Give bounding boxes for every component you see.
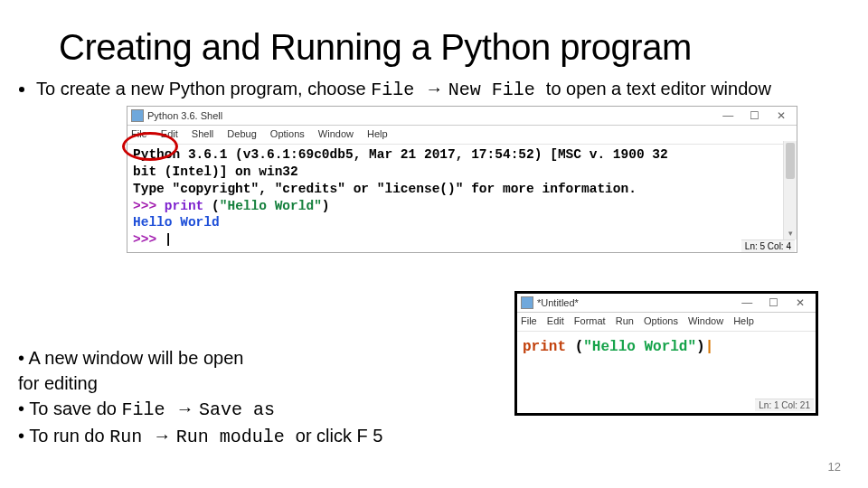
- menu-window[interactable]: Window: [688, 315, 723, 326]
- close-icon[interactable]: ✕: [788, 294, 812, 312]
- menu-help[interactable]: Help: [367, 128, 388, 139]
- menu-options[interactable]: Options: [644, 315, 678, 326]
- bullet-item: To run do Run → Run module or click F 5: [18, 423, 488, 450]
- idle-editor-window: *Untitled* — ☐ ✕ File Edit Format Run Op…: [514, 291, 818, 416]
- menu-shell[interactable]: Shell: [192, 128, 213, 139]
- minimize-icon[interactable]: —: [716, 107, 740, 125]
- scroll-thumb[interactable]: [786, 143, 795, 179]
- editor-content[interactable]: print ("Hello World")|: [517, 332, 816, 359]
- python-icon: [521, 296, 533, 309]
- shell-statusbar: Ln: 5 Col: 4: [741, 239, 795, 252]
- menu-file[interactable]: File: [521, 315, 537, 326]
- menu-run[interactable]: Run: [616, 315, 634, 326]
- menu-debug[interactable]: Debug: [227, 128, 256, 139]
- bullet-list-top: To create a new Python program, choose F…: [18, 77, 850, 102]
- menu-edit[interactable]: Edit: [547, 315, 564, 326]
- slide-title: Creating and Running a Python program: [59, 27, 850, 68]
- bullet-list-bottom: A new window will be open for editing To…: [18, 343, 488, 450]
- shell-scrollbar[interactable]: ▴ ▾: [783, 141, 797, 239]
- editor-statusbar: Ln: 1 Col: 21: [755, 399, 814, 411]
- shell-title-text: Python 3.6. Shell: [147, 107, 222, 125]
- maximize-icon[interactable]: ☐: [762, 294, 786, 312]
- highlight-oval: [122, 132, 178, 161]
- scroll-down-icon[interactable]: ▾: [784, 229, 797, 239]
- menu-options[interactable]: Options: [270, 128, 305, 139]
- menu-format[interactable]: Format: [574, 315, 606, 326]
- editor-titlebar: *Untitled* — ☐ ✕: [517, 294, 816, 313]
- menu-help[interactable]: Help: [733, 315, 754, 326]
- shell-titlebar: Python 3.6. Shell — ☐ ✕: [127, 107, 797, 126]
- bullet-item: A new window will be open: [18, 345, 488, 371]
- editor-title-text: *Untitled*: [537, 294, 579, 312]
- menu-window[interactable]: Window: [318, 128, 354, 139]
- editor-menubar: File Edit Format Run Options Window Help: [517, 313, 816, 332]
- maximize-icon[interactable]: ☐: [743, 107, 767, 125]
- bullet-item-continuation: for editing: [18, 371, 488, 396]
- shell-menubar: File Edit Shell Debug Options Window Hel…: [127, 126, 797, 145]
- shell-content[interactable]: Python 3.6.1 (v3.6.1:69c0db5, Mar 21 201…: [127, 145, 797, 252]
- idle-shell-window: Python 3.6. Shell — ☐ ✕ File Edit Shell …: [127, 106, 797, 253]
- bullet-item: To save do File → Save as: [18, 396, 488, 423]
- page-number: 12: [828, 460, 841, 474]
- python-icon: [131, 109, 144, 122]
- minimize-icon[interactable]: —: [735, 294, 759, 312]
- bullet-item: To create a new Python program, choose F…: [36, 77, 850, 102]
- close-icon[interactable]: ✕: [769, 107, 793, 125]
